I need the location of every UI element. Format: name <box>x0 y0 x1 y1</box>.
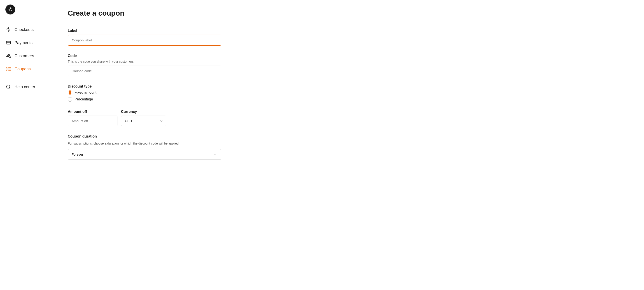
help-icon <box>6 84 11 90</box>
code-field-description: This is the code you share with your cus… <box>68 60 221 63</box>
duration-section-header: Coupon duration For subscriptions, choos… <box>68 134 221 146</box>
label-section: Label <box>68 29 221 46</box>
coupon-duration-section: Coupon duration For subscriptions, choos… <box>68 134 221 160</box>
amount-off-label: Amount off <box>68 110 118 114</box>
nav-divider <box>0 78 54 78</box>
duration-select[interactable]: Forever Once Repeating <box>68 149 221 160</box>
discount-type-section: Discount type Fixed amount Percentage <box>68 84 221 102</box>
sidebar-item-payments-label: Payments <box>14 41 32 45</box>
duration-description: For subscriptions, choose a duration for… <box>68 141 221 146</box>
currency-label: Currency <box>121 110 166 114</box>
sidebar-nav: Checkouts Payments Custome <box>0 19 54 97</box>
sidebar: © Checkouts Payments <box>0 0 54 290</box>
page-title: Create a coupon <box>68 9 630 18</box>
sidebar-item-customers-label: Customers <box>14 54 34 58</box>
label-input[interactable] <box>69 36 220 44</box>
sidebar-item-coupons-label: Coupons <box>14 67 31 71</box>
sidebar-item-customers[interactable]: Customers <box>0 50 54 62</box>
svg-point-3 <box>7 54 8 56</box>
radio-percentage-input[interactable] <box>68 97 72 102</box>
checkouts-icon <box>6 27 11 33</box>
main-content: Create a coupon Label Code This is the c… <box>54 0 644 290</box>
radio-percentage[interactable]: Percentage <box>68 97 221 102</box>
radio-fixed-amount[interactable]: Fixed amount <box>68 90 221 95</box>
amount-currency-section: Amount off Currency USD EUR GBP CAD <box>68 110 221 126</box>
radio-percentage-label: Percentage <box>74 97 93 101</box>
payments-icon <box>6 40 11 46</box>
currency-select[interactable]: USD EUR GBP CAD <box>121 116 166 126</box>
code-field-label: Code <box>68 54 221 58</box>
code-section: Code This is the code you share with you… <box>68 54 221 76</box>
customers-icon <box>6 53 11 59</box>
sidebar-item-payments[interactable]: Payments <box>0 37 54 49</box>
amount-off-field: Amount off <box>68 110 118 126</box>
radio-fixed-label: Fixed amount <box>74 90 96 95</box>
svg-marker-0 <box>6 28 10 32</box>
discount-type-radio-group: Fixed amount Percentage <box>68 90 221 102</box>
label-input-highlighted <box>68 35 221 46</box>
create-coupon-form: Label Code This is the code you share wi… <box>68 29 221 160</box>
svg-rect-1 <box>6 41 10 44</box>
app-logo: © <box>0 0 54 19</box>
sidebar-item-checkouts[interactable]: Checkouts <box>0 24 54 36</box>
radio-fixed-input[interactable] <box>68 90 72 95</box>
sidebar-item-help[interactable]: Help center <box>0 81 54 93</box>
sidebar-item-checkouts-label: Checkouts <box>14 27 34 32</box>
svg-line-5 <box>9 88 10 89</box>
discount-type-label: Discount type <box>68 84 221 88</box>
duration-label: Coupon duration <box>68 134 221 138</box>
code-input[interactable] <box>68 66 221 76</box>
label-field-label: Label <box>68 29 221 33</box>
sidebar-item-coupons[interactable]: Coupons <box>0 63 54 75</box>
logo-icon: © <box>6 5 15 15</box>
amount-off-input[interactable] <box>68 116 118 126</box>
coupons-icon <box>6 66 11 72</box>
sidebar-item-help-label: Help center <box>14 85 35 89</box>
amount-row: Amount off Currency USD EUR GBP CAD <box>68 110 221 126</box>
currency-field: Currency USD EUR GBP CAD <box>121 110 166 126</box>
